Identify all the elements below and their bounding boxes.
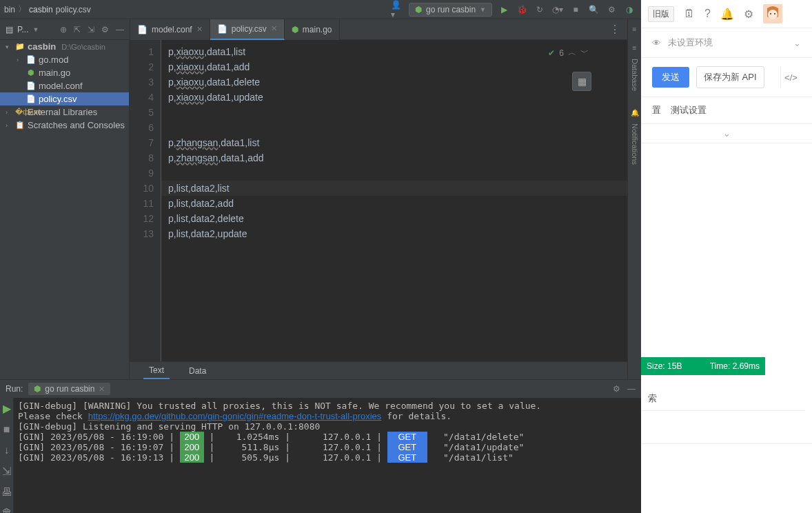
run-tab-label: go run casbin bbox=[45, 384, 94, 394]
more-tabs-icon[interactable]: ⋮ bbox=[609, 23, 627, 36]
run-settings-icon[interactable]: ⚙ bbox=[613, 384, 620, 394]
code-icon[interactable]: </> bbox=[780, 66, 801, 88]
code-line[interactable]: p,list,data2,update bbox=[161, 226, 627, 241]
debug-button[interactable]: 🐞 bbox=[516, 3, 528, 16]
breadcrumb-project[interactable]: casbin bbox=[29, 5, 53, 14]
trash-icon[interactable]: 🗑 bbox=[1, 507, 12, 513]
code-line[interactable]: p,list,data2,add bbox=[161, 196, 627, 211]
tab-model-conf[interactable]: 📄 model.conf ✕ bbox=[130, 19, 210, 40]
environment-selector[interactable]: 👁 未设置环境 ⌄ bbox=[641, 28, 812, 58]
settings-icon[interactable]: ⚙ bbox=[605, 3, 618, 16]
notifications-icon[interactable]: 🔔 bbox=[631, 109, 639, 117]
code-line[interactable]: p,xiaoxu,data1,update bbox=[161, 90, 627, 105]
code-line[interactable]: p,list,data2,delete bbox=[161, 211, 627, 226]
svg-point-1 bbox=[768, 10, 778, 19]
coverage-button[interactable]: ↻ bbox=[534, 3, 546, 16]
close-icon[interactable]: ✕ bbox=[271, 24, 277, 33]
code-line[interactable] bbox=[161, 105, 627, 120]
line-gutter: 12345678910111213 bbox=[130, 40, 161, 361]
sync-icon[interactable]: ◑ bbox=[623, 3, 636, 16]
tab-label: policy.csv bbox=[232, 24, 267, 34]
select-opened-icon[interactable]: ⊕ bbox=[60, 25, 67, 34]
run-hide-icon[interactable]: — bbox=[627, 384, 636, 394]
project-tree[interactable]: ▾📁casbinD:\Go\casbin ›📄go.mod ⬢main.go 📄… bbox=[0, 40, 130, 379]
prev-problem-icon[interactable]: ︿ bbox=[568, 47, 576, 59]
table-view-button[interactable]: ▦ bbox=[572, 72, 591, 91]
help-icon[interactable]: ? bbox=[704, 8, 711, 20]
run-button[interactable]: ▶ bbox=[498, 3, 510, 16]
breadcrumb-file[interactable]: policy.csv bbox=[56, 5, 91, 14]
breadcrumb-root[interactable]: bin bbox=[4, 5, 15, 14]
print-icon[interactable]: 🖶 bbox=[1, 486, 12, 499]
tree-scratches[interactable]: Scratches and Consoles bbox=[28, 120, 125, 130]
send-button[interactable]: 发送 bbox=[652, 67, 689, 88]
project-tool-label: P... bbox=[17, 25, 28, 34]
inspection-status[interactable]: ✔ 6 ︿ ﹀ bbox=[548, 47, 589, 59]
rerun-button[interactable]: ▶ bbox=[3, 402, 11, 415]
settings-section[interactable]: 置 测试设置 bbox=[641, 97, 812, 123]
down-icon[interactable]: ↓ bbox=[4, 444, 10, 456]
tab-label: main.go bbox=[303, 25, 332, 34]
code-line[interactable]: p,list,data2,list bbox=[161, 181, 627, 196]
code-line[interactable]: p,zhangsan,data1,list bbox=[161, 135, 627, 150]
data-view-tab[interactable]: Data bbox=[183, 363, 212, 379]
save-api-button[interactable]: 保存为新 API bbox=[696, 66, 764, 88]
project-tool-icon[interactable]: ▤ bbox=[6, 25, 13, 34]
env-placeholder: 未设置环境 bbox=[668, 37, 713, 49]
tab-main-go[interactable]: ⬢ main.go bbox=[285, 19, 340, 40]
close-icon[interactable]: ✕ bbox=[196, 25, 203, 34]
code-editor[interactable]: 12345678910111213 p,xiaoxu,data1,listp,x… bbox=[130, 40, 627, 361]
code-line[interactable]: p,zhangsan,data1,add bbox=[161, 150, 627, 165]
console-output[interactable]: [GIN-debug] [WARNING] You trusted all pr… bbox=[14, 398, 641, 513]
hide-icon[interactable]: — bbox=[116, 25, 124, 34]
tree-file-main[interactable]: main.go bbox=[39, 68, 70, 78]
run-panel-label: Run: bbox=[6, 384, 23, 394]
run-tab-icon: ⬢ bbox=[34, 384, 41, 394]
profile-button[interactable]: ◔▾ bbox=[551, 3, 564, 16]
search-input[interactable] bbox=[641, 422, 812, 444]
code-line[interactable] bbox=[161, 120, 627, 135]
tree-external-libs[interactable]: External Libraries bbox=[28, 107, 97, 117]
code-line[interactable] bbox=[161, 165, 627, 181]
api-tool-panel: 旧版 🗓 ? 🔔 ⚙ 👁 未设置环境 ⌄ 发送 保存为新 API </> 置 测… bbox=[641, 0, 812, 513]
tree-file-policy[interactable]: policy.csv bbox=[39, 94, 77, 104]
notifications-label[interactable]: Notifications bbox=[631, 123, 639, 165]
run-tab[interactable]: ⬢ go run casbin ✕ bbox=[28, 383, 110, 395]
stop-button[interactable]: ■ bbox=[3, 423, 10, 436]
avatar[interactable] bbox=[763, 4, 782, 23]
text-view-tab[interactable]: Text bbox=[143, 363, 170, 379]
file-icon: ⬢ bbox=[292, 25, 298, 34]
code-line[interactable]: p,xiaoxu,data1,add bbox=[161, 59, 627, 74]
layout-icon[interactable]: ⇲ bbox=[2, 465, 11, 478]
run-config-selector[interactable]: ⬢ go run casbin ▼ bbox=[409, 3, 492, 17]
tree-folder-casbin[interactable]: casbin bbox=[28, 41, 56, 52]
stop-button[interactable]: ■ bbox=[569, 3, 582, 16]
file-icon: 📄 bbox=[137, 25, 148, 34]
calendar-icon[interactable]: 🗓 bbox=[684, 8, 695, 20]
close-icon[interactable]: ✕ bbox=[99, 385, 105, 394]
bell-icon[interactable]: 🔔 bbox=[720, 8, 734, 21]
expand-icon[interactable]: ⇱ bbox=[74, 25, 81, 34]
user-icon[interactable]: 👤▾ bbox=[391, 3, 403, 16]
settings-icon[interactable]: ⚙ bbox=[101, 25, 109, 34]
search-icon[interactable]: 🔍 bbox=[587, 3, 600, 16]
next-problem-icon[interactable]: ﹀ bbox=[580, 47, 589, 59]
gear-icon[interactable]: ⚙ bbox=[744, 8, 753, 21]
chevron-down-icon[interactable]: ▼ bbox=[32, 26, 39, 33]
database-tool-icon[interactable]: ≡ bbox=[633, 26, 637, 33]
database-label[interactable]: Database bbox=[631, 59, 639, 91]
tree-file-model[interactable]: model.conf bbox=[39, 81, 83, 91]
eye-icon: 👁 bbox=[652, 38, 661, 48]
search-label: 索 bbox=[641, 387, 805, 411]
tab-policy-csv[interactable]: 📄 policy.csv ✕ bbox=[210, 19, 285, 40]
chevron-down-icon: ⌄ bbox=[793, 38, 801, 48]
tree-file-gomod[interactable]: go.mod bbox=[39, 54, 68, 65]
code-line[interactable]: p,xiaoxu,data1,delete bbox=[161, 74, 627, 90]
response-status-bar: Size: 15B Time: 2.69ms bbox=[641, 357, 765, 375]
old-version-button[interactable]: 旧版 bbox=[648, 6, 674, 22]
expand-toggle[interactable]: ⌄ bbox=[641, 123, 812, 143]
collapse-icon[interactable]: ⇲ bbox=[88, 25, 94, 34]
database-tool[interactable]: ≡ bbox=[633, 44, 637, 52]
tab-label: model.conf bbox=[152, 25, 192, 34]
problem-count: 6 bbox=[559, 48, 564, 58]
